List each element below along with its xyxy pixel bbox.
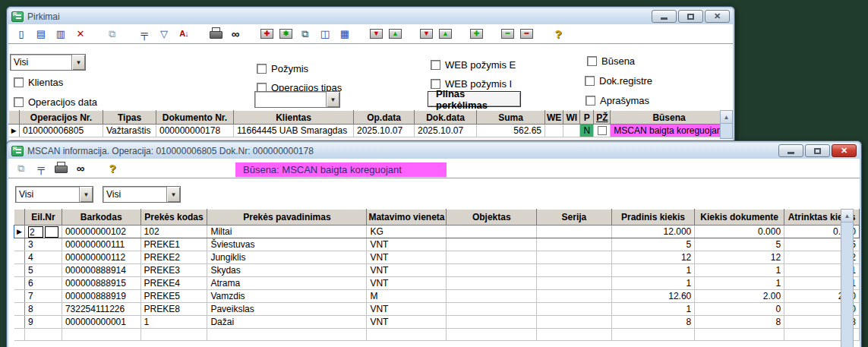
cell[interactable]: PREKE8 [140,303,207,316]
col-busena[interactable]: Būsena [611,111,728,125]
cell[interactable]: 8 [611,316,695,329]
table-row[interactable]: 8732254111226PREKE8PaveikslasVNT100 [14,303,860,316]
row-selector[interactable] [14,277,25,290]
row-selector[interactable] [14,303,25,316]
cell-p-status[interactable]: N [580,125,594,137]
search-icon[interactable]: ∞ [74,162,87,175]
col-barkodas[interactable]: Barkodas [62,210,140,226]
table-row[interactable]: 7000000888919PREKE5VamzdisM12.602.002.00 [14,290,860,303]
cell[interactable] [537,316,612,329]
cell-dokumento-nr[interactable]: 000000000178 [156,125,234,137]
cell[interactable]: Miltai [207,226,367,238]
cell[interactable]: 1 [695,277,784,290]
checkbox-pozymis[interactable]: Požymis [257,63,308,74]
cell[interactable]: 5 [695,238,784,251]
cell[interactable]: 12 [695,251,784,264]
cell[interactable]: Vamzdis [207,290,367,303]
checkbox-web-pozymis-e[interactable]: WEB požymis E [431,59,516,71]
help-icon[interactable]: ? [106,162,119,175]
edit-document-icon[interactable]: ▤ [34,27,48,40]
col-p[interactable]: P [580,111,594,125]
cell[interactable]: 000000888915 [62,277,140,290]
col-prekes-pavadinimas[interactable]: Prekės pavadinimas [207,210,367,226]
cell[interactable]: VNT [367,303,447,316]
sort-az-icon[interactable]: A↓ [177,27,191,40]
table-row[interactable]: ▶2000000000102102MiltaiKG12.0000.0000.00… [14,226,860,238]
row-selector[interactable]: ▶ [9,125,20,137]
col-op-data[interactable]: Op.data [354,111,415,125]
col-wi[interactable]: WI [563,111,580,125]
maximize-button[interactable] [678,10,703,23]
cell[interactable]: 3 [24,238,62,251]
cell[interactable]: VNT [367,264,447,277]
filter-icon[interactable]: ▽ [157,27,171,40]
table-row[interactable]: ▶ 010000006805 Važtaraštis 000000000178 … [9,125,728,137]
cell-klientas[interactable]: 11664445 UAB Smaragdas [234,125,354,137]
col-operacijos-nr[interactable]: Operacijos Nr. [20,111,103,125]
cell[interactable]: 6 [24,277,62,290]
titlebar-pirkimai[interactable]: Pirkimai ✕ [8,8,733,24]
cell[interactable]: 000000888914 [62,264,140,277]
col-serija[interactable]: Serija [537,210,612,226]
col-tipas[interactable]: Tipas [103,111,156,125]
help-icon[interactable]: ? [551,27,565,40]
cell[interactable]: 8 [695,316,784,329]
cell[interactable]: 000000000112 [62,251,140,264]
chevron-down-icon[interactable]: ▼ [326,92,339,107]
col-prekes-kodas[interactable]: Prekės kodas [140,210,207,226]
checkbox-aprasymas[interactable]: Aprašymas [586,95,649,106]
close-button[interactable]: ✕ [705,10,730,23]
cell[interactable]: VNT [367,251,447,264]
import-red-crate-icon[interactable]: ✚ [260,29,273,39]
col-objektas[interactable]: Objektas [447,210,537,226]
cell[interactable]: 12.60 [611,290,695,303]
grid2-vertical-scrollbar[interactable]: ▲ [841,209,854,347]
cell[interactable]: Dažai [207,316,367,329]
crate-line-red-icon[interactable]: ━ [520,29,533,39]
cell[interactable]: Atrama [207,277,367,290]
cell[interactable]: 000000888919 [62,290,140,303]
cell[interactable]: 2 [24,226,62,238]
grid1-vertical-scrollbar[interactable]: ▲ [720,110,733,139]
cell[interactable]: PREKE5 [140,290,207,303]
cell[interactable]: 1 [611,277,695,290]
maximize-button[interactable] [805,144,830,157]
import-green-crate-icon[interactable]: ✱ [279,29,292,39]
cell[interactable] [537,251,612,264]
filter-combobox-1[interactable]: Visi ▼ [15,186,93,203]
cell-tipas[interactable]: Važtaraštis [103,125,156,137]
col-matavimo-vienetas[interactable]: Matavimo vieneta [367,210,447,226]
search-icon[interactable]: ∞ [229,27,242,40]
cell[interactable] [537,290,612,303]
cell[interactable]: PREKE4 [140,277,207,290]
cell[interactable]: VNT [367,238,447,251]
col-kiekis-dokumente[interactable]: Kiekis dokumente [695,210,784,226]
minimize-button[interactable] [652,10,677,23]
cell[interactable]: Jungiklis [207,251,367,264]
checkbox-dok-registre[interactable]: Dok.registre [585,75,652,87]
col-pz[interactable]: PŽ [594,111,611,125]
close-button[interactable]: ✕ [832,144,857,157]
col-dokumento-nr[interactable]: Dokumento Nr. [156,111,234,125]
cell-op-data[interactable]: 2025.10.07 [354,125,415,137]
cell[interactable]: 000000000001 [62,316,140,329]
cell[interactable]: 000000000111 [62,238,140,251]
table-row[interactable]: 5000000888914PREKE3SkydasVNT111 [14,264,860,277]
row-selector[interactable] [14,290,25,303]
row-selector[interactable] [14,238,25,251]
cell[interactable]: VNT [367,277,447,290]
print-icon[interactable] [209,27,223,40]
col-pradinis-kiekis[interactable]: Pradinis kiekis [611,210,695,226]
crate-scan-down-icon[interactable]: ▼ [420,29,433,39]
send-to-table-icon[interactable]: ▦ [338,27,352,40]
cell[interactable]: 732254111226 [62,303,140,316]
table-row[interactable]: 90000000000011DažaiVNT888 [14,316,860,329]
new-document-icon[interactable]: ▯ [14,27,28,40]
cell[interactable] [537,277,612,290]
review-document-icon[interactable]: ▥ [54,27,68,40]
cell[interactable]: 0.000 [695,226,784,238]
cell[interactable] [447,251,537,264]
cell-we[interactable] [545,125,563,137]
cell[interactable]: PREKE3 [140,264,207,277]
table-row[interactable]: 3000000000111PREKE1ŠviestuvasVNT555 [14,238,860,251]
